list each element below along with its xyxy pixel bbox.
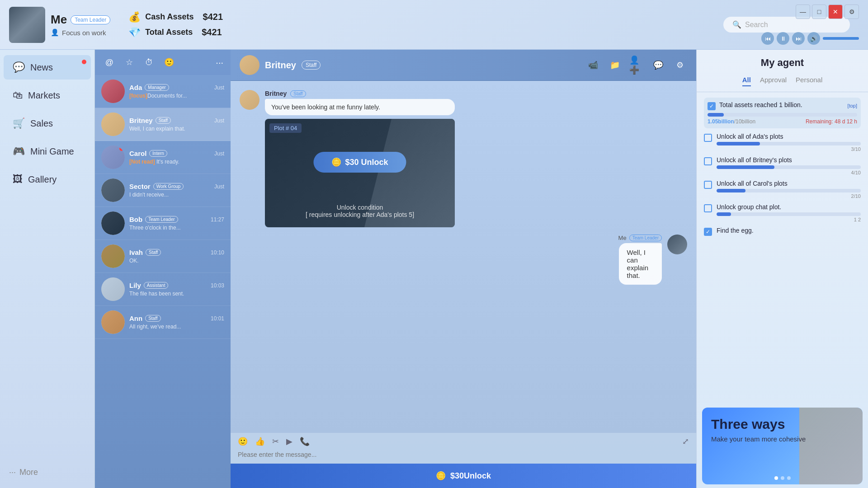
phone-tool-button[interactable]: 📞 (300, 436, 310, 446)
sidebar-more-button[interactable]: ··· More (0, 461, 94, 483)
chat-item-sector[interactable]: Sector Work Group Just I didn't receive.… (95, 174, 231, 207)
user-info: Me Team Leader 👤 Focus on work (51, 13, 110, 37)
checkbox-carol[interactable] (704, 181, 712, 189)
chat-main-badge: Staff (302, 61, 321, 70)
bottom-unlock-button[interactable]: 🪙 $30Unlock (231, 464, 696, 488)
media-volume-button[interactable]: 🔊 (807, 32, 820, 45)
total-assets-value: $421 (202, 27, 222, 38)
chat-item-bob[interactable]: Bob Team Leader 11:27 Three o'clock in t… (95, 207, 231, 240)
sidebar-item-news[interactable]: 💬 News (4, 55, 91, 80)
ad-dot-1[interactable] (774, 476, 778, 480)
group-progress-fill (717, 212, 731, 216)
task-ada-content: Unlock all of Ada's plots 3/10 (717, 133, 861, 152)
chat-preview-bob: Three o'clock in the... (129, 225, 224, 231)
chat-item-ada[interactable]: Ada Manager Just [focus]Documents for... (95, 75, 231, 108)
chat-item-carol[interactable]: Carol Intern Just [Not read] It's ready. (95, 141, 231, 174)
media-prev-button[interactable]: ⏮ (761, 32, 774, 45)
markets-icon: 🛍 (13, 89, 23, 101)
search-bar[interactable]: 🔍 Search (723, 17, 850, 33)
carol-progress-bar (717, 189, 861, 192)
expand-button[interactable]: ⤢ (682, 436, 689, 446)
chat-preview-lily: The file has been sent. (129, 291, 224, 297)
task-britney-content: Unlock all of Britney's plots 4/10 (717, 156, 861, 175)
sidebar-label-news: News (30, 62, 53, 73)
chat-item-ivah[interactable]: Ivah Staff 10:10 OK. (95, 240, 231, 273)
agent-task-egg: ✓ Find the egg. (704, 227, 861, 236)
ad-banner[interactable]: Three ways Make your team more cohesive (702, 408, 863, 484)
media-pause-button[interactable]: ⏸ (777, 32, 789, 45)
checkbox-egg[interactable]: ✓ (704, 228, 712, 236)
media-tool-button[interactable]: ▶ (286, 436, 292, 446)
at-icon[interactable]: @ (102, 55, 117, 70)
unlock-cost-label: $30 Unlock (345, 158, 388, 167)
emoji-tool-button[interactable]: 🙂 (238, 436, 248, 446)
task-egg-content: Find the egg. (717, 227, 861, 236)
sidebar-label-gallery: Gallery (28, 174, 57, 185)
settings-chat-button[interactable]: ⚙ (673, 58, 687, 72)
total-assets-label: Total Assets (145, 28, 193, 37)
checkbox-group[interactable] (704, 204, 712, 212)
chat-badge-sector: Work Group (153, 183, 184, 190)
user-avatar (9, 7, 45, 43)
cash-icon: 💰 (128, 11, 141, 23)
sidebar-label-markets: Markets (28, 90, 60, 101)
tab-personal[interactable]: Personal (796, 76, 822, 86)
tab-all[interactable]: All (742, 76, 751, 86)
user-profile: Me Team Leader 👤 Focus on work (9, 7, 110, 43)
volume-bar[interactable] (823, 37, 859, 40)
star-icon[interactable]: ☆ (122, 55, 137, 70)
sidebar-item-minigame[interactable]: 🎮 Mini Game (4, 139, 91, 164)
chat-time-bob: 11:27 (211, 216, 224, 223)
clock-icon[interactable]: ⏱ (142, 55, 156, 70)
checkbox-top[interactable]: ✓ (708, 102, 716, 110)
unlock-main-button[interactable]: 🪙 $30 Unlock (313, 152, 406, 173)
agent-task-britney: Unlock all of Britney's plots 4/10 (704, 156, 861, 175)
ad-subtitle: Make your team more cohesive (711, 435, 854, 443)
minimize-button[interactable]: — (796, 5, 810, 19)
chat-preview-ivah: OK. (129, 258, 224, 264)
scissors-tool-button[interactable]: ✂ (272, 436, 279, 446)
britney-progress-fill (717, 165, 774, 169)
folder-button[interactable]: 📁 (608, 58, 622, 72)
unlock-requires-label: [ requires unlocking after Ada's plots 5… (306, 211, 414, 218)
emoji-icon[interactable]: 🙂 (162, 55, 176, 70)
chat-name-lily: Lily (129, 282, 141, 289)
sidebar-item-markets[interactable]: 🛍 Markets (4, 83, 91, 108)
message-input[interactable] (238, 449, 689, 460)
window-controls: — □ ✕ ⚙ (796, 5, 859, 19)
chat-preview-britney: Well, I can explain that. (129, 126, 224, 132)
more-options-icon[interactable]: ··· (216, 57, 223, 68)
checkbox-ada[interactable] (704, 134, 712, 142)
maximize-button[interactable]: □ (812, 5, 826, 19)
media-next-button[interactable]: ⏭ (792, 32, 805, 45)
like-tool-button[interactable]: 👍 (255, 436, 265, 446)
msg-badge-me: Team Leader (629, 235, 662, 241)
chat-item-ann[interactable]: Ann Staff 10:01 All right, we've read... (95, 306, 231, 339)
chat-time-ivah: 10:10 (211, 249, 224, 256)
settings-button[interactable]: ⚙ (844, 5, 859, 19)
sidebar-item-gallery[interactable]: 🖼 Gallery (4, 167, 91, 192)
ad-dot-3[interactable] (787, 476, 791, 480)
chat-time-lily: 10:03 (211, 282, 224, 289)
agent-task-group: Unlock group chat plot. 1 2 (704, 203, 861, 222)
cash-assets-row: 💰 Cash Assets $421 (128, 11, 223, 23)
tab-approval[interactable]: Approval (760, 76, 787, 86)
comment-button[interactable]: 💬 (651, 58, 665, 72)
unlock-condition: Unlock condition [ requires unlocking af… (306, 204, 414, 218)
msg-text-britney: You've been looking at me funny lately. (265, 99, 455, 115)
chat-info-carol: Carol Intern Just [Not read] It's ready. (129, 150, 224, 165)
chat-item-lily[interactable]: Lily Assistant 10:03 The file has been s… (95, 273, 231, 306)
sidebar-item-sales[interactable]: 🛒 Sales (4, 111, 91, 136)
video-call-button[interactable]: 📹 (586, 58, 600, 72)
add-contact-button[interactable]: 👤➕ (629, 58, 644, 72)
checkbox-britney[interactable] (704, 157, 712, 165)
bottom-unlock-label: $30Unlock (450, 471, 491, 481)
ad-dot-2[interactable] (781, 476, 784, 480)
msg-sender-me: Me Team Leader (618, 235, 662, 241)
search-placeholder: Search (745, 21, 768, 29)
close-button[interactable]: ✕ (828, 5, 843, 19)
chat-list-header: @ ☆ ⏱ 🙂 ··· (95, 50, 231, 75)
chat-name-sector: Sector (129, 183, 151, 190)
chat-item-britney[interactable]: Britney Staff Just Well, I can explain t… (95, 108, 231, 141)
ada-progress-bar (717, 142, 861, 145)
